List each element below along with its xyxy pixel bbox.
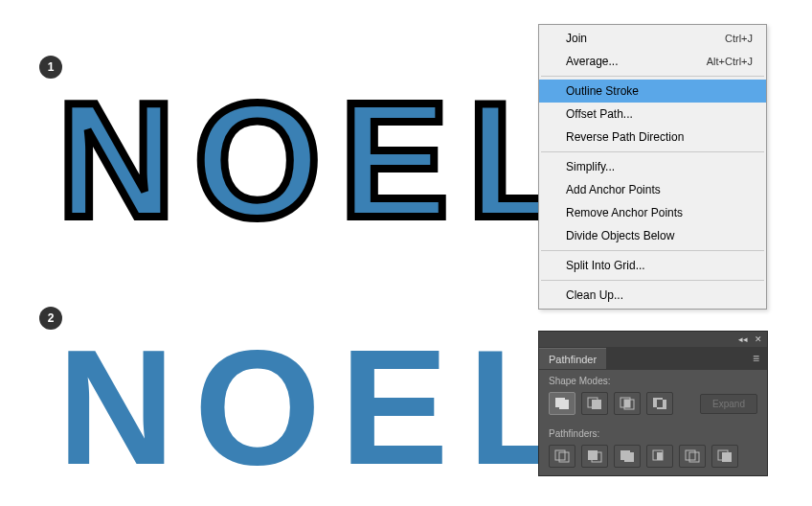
unite-button[interactable] — [549, 392, 575, 415]
minus-back-icon — [717, 449, 733, 463]
menu-separator — [541, 280, 764, 281]
minus-front-icon — [587, 397, 602, 410]
trim-icon — [587, 449, 602, 463]
crop-button[interactable] — [646, 445, 673, 468]
panel-tabrow: Pathfinder ≡ — [539, 347, 767, 370]
menu-item-outline-stroke[interactable]: Outline Stroke — [539, 80, 766, 103]
close-icon[interactable]: ✕ — [754, 334, 763, 344]
unite-icon — [554, 397, 570, 410]
svg-rect-1 — [559, 400, 569, 409]
divide-icon — [554, 449, 570, 463]
panel-titlebar: ◂◂ ✕ — [539, 332, 767, 347]
menu-item-reverse-path-direction[interactable]: Reverse Path Direction — [539, 126, 766, 149]
menu-item-label: Offset Path... — [566, 107, 633, 121]
expand-button[interactable]: Expand — [700, 394, 757, 414]
merge-button[interactable] — [614, 445, 641, 468]
trim-button[interactable] — [581, 445, 608, 468]
menu-item-label: Outline Stroke — [566, 84, 639, 98]
menu-item-remove-anchor-points[interactable]: Remove Anchor Points — [539, 201, 766, 224]
merge-icon — [620, 449, 635, 463]
artwork-noel-step1: NOEL — [57, 79, 586, 242]
menu-item-add-anchor-points[interactable]: Add Anchor Points — [539, 178, 766, 201]
menu-item-join[interactable]: Join Ctrl+J — [539, 27, 766, 50]
minus-front-button[interactable] — [581, 392, 608, 415]
menu-item-average[interactable]: Average... Alt+Ctrl+J — [539, 50, 766, 73]
artwork-noel-step2: NOEL — [57, 326, 586, 489]
menu-item-label: Average... — [566, 55, 618, 68]
shape-modes-label: Shape Modes: — [539, 370, 767, 388]
outline-button[interactable] — [679, 445, 706, 468]
menu-item-label: Remove Anchor Points — [566, 206, 683, 219]
path-context-menu: Join Ctrl+J Average... Alt+Ctrl+J Outlin… — [538, 24, 767, 310]
menu-separator — [541, 250, 764, 251]
tab-pathfinder[interactable]: Pathfinder — [539, 348, 606, 369]
menu-item-label: Reverse Path Direction — [566, 130, 684, 144]
menu-item-label: Split Into Grid... — [566, 259, 645, 272]
svg-rect-3 — [592, 400, 601, 409]
menu-item-label: Clean Up... — [566, 288, 623, 302]
panel-menu-icon[interactable]: ≡ — [745, 352, 767, 365]
menu-item-label: Divide Objects Below — [566, 229, 674, 242]
menu-item-label: Add Anchor Points — [566, 183, 661, 196]
menu-item-shortcut: Ctrl+J — [725, 33, 753, 44]
menu-item-divide-objects-below[interactable]: Divide Objects Below — [539, 224, 766, 247]
intersect-icon — [620, 397, 635, 410]
menu-separator — [541, 151, 764, 152]
pathfinder-panel: ◂◂ ✕ Pathfinder ≡ Shape Modes: Expand Pa… — [538, 331, 768, 476]
pathfinders-label: Pathfinders: — [539, 423, 767, 441]
menu-item-label: Simplify... — [566, 160, 615, 173]
divide-button[interactable] — [549, 445, 575, 468]
svg-rect-9 — [657, 400, 663, 407]
pathfinders-row — [539, 441, 767, 475]
shape-modes-row: Expand — [539, 388, 767, 423]
exclude-icon — [652, 397, 667, 410]
menu-item-simplify[interactable]: Simplify... — [539, 155, 766, 178]
menu-item-label: Join — [566, 32, 587, 45]
menu-item-split-into-grid[interactable]: Split Into Grid... — [539, 254, 766, 277]
exclude-button[interactable] — [646, 392, 673, 415]
minus-back-button[interactable] — [711, 445, 738, 468]
menu-separator — [541, 76, 764, 77]
menu-item-clean-up[interactable]: Clean Up... — [539, 284, 766, 307]
svg-rect-6 — [624, 400, 630, 407]
collapse-icon[interactable]: ◂◂ — [738, 334, 748, 344]
intersect-button[interactable] — [614, 392, 641, 415]
menu-item-shortcut: Alt+Ctrl+J — [707, 56, 753, 67]
svg-rect-15 — [624, 452, 634, 462]
menu-item-offset-path[interactable]: Offset Path... — [539, 103, 766, 126]
crop-icon — [652, 449, 667, 463]
svg-rect-16 — [657, 452, 663, 460]
outline-icon — [685, 449, 700, 463]
